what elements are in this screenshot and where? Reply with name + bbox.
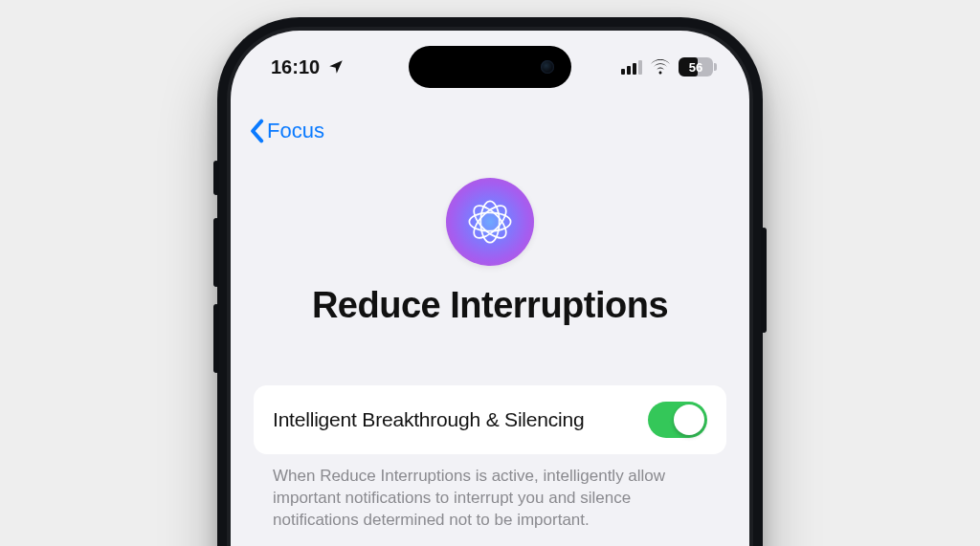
intelligence-icon [446, 178, 534, 266]
power-button [761, 228, 767, 333]
setting-description: When Reduce Interruptions is active, int… [254, 466, 726, 532]
battery-indicator: 56 [679, 57, 713, 76]
status-time: 16:10 [271, 56, 320, 78]
chevron-left-icon [248, 119, 265, 143]
battery-percent: 56 [689, 60, 702, 75]
page-title: Reduce Interruptions [312, 285, 668, 326]
intelligent-breakthrough-row: Intelligent Breakthrough & Silencing [254, 385, 726, 454]
volume-down-button [213, 304, 219, 373]
back-button[interactable]: Focus [248, 119, 324, 143]
intelligent-breakthrough-toggle[interactable] [648, 402, 707, 438]
volume-up-button [213, 218, 219, 287]
back-button-label: Focus [267, 119, 324, 143]
setting-label: Intelligent Breakthrough & Silencing [273, 408, 585, 431]
wifi-icon [650, 59, 671, 75]
location-icon [327, 58, 345, 76]
page-content: Reduce Interruptions Intelligent Breakth… [231, 153, 749, 532]
navigation-bar: Focus [231, 109, 749, 153]
toggle-knob [674, 404, 704, 435]
status-bar: 16:10 [231, 31, 749, 98]
cellular-signal-icon [621, 59, 642, 75]
volume-switch [213, 161, 219, 195]
phone-screen: 16:10 [231, 31, 749, 546]
phone-device-frame: 16:10 [217, 17, 763, 546]
